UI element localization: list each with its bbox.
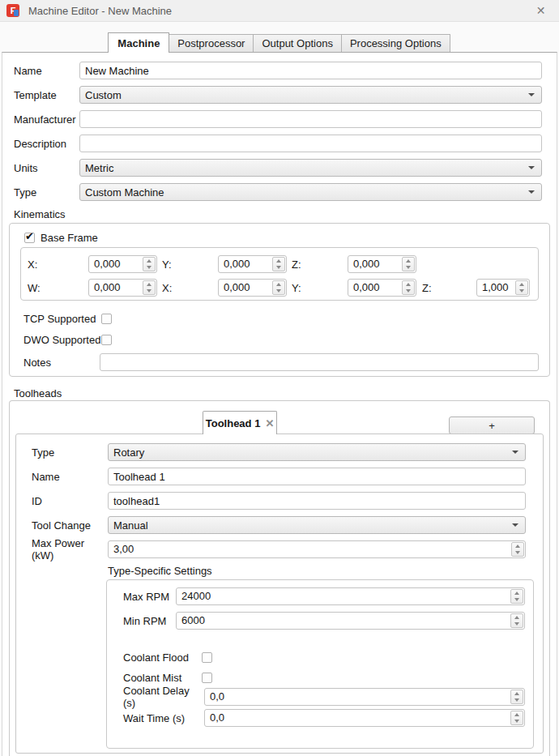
toolhead-id-label: ID [32, 495, 108, 507]
toolheads-group: Toolhead 1 ✕ + Type Rotary Name ID [9, 400, 550, 756]
type-label: Type [14, 186, 79, 199]
toolhead-name-label: Name [32, 471, 108, 483]
chevron-down-icon [528, 93, 535, 96]
spinner-buttons[interactable] [402, 257, 415, 271]
coolant-mist-label: Coolant Mist [123, 672, 202, 684]
name-row: Name [14, 62, 542, 79]
toolhead-tab[interactable]: Toolhead 1 ✕ [203, 411, 277, 434]
spin-down-icon [276, 266, 281, 269]
spinner-buttons[interactable] [143, 280, 156, 295]
spinner-buttons[interactable] [143, 257, 156, 271]
tool-change-selected-value: Manual [113, 519, 512, 532]
toolhead-type-label: Type [32, 446, 108, 459]
description-input[interactable] [79, 135, 542, 152]
toolhead-type-row: Type Rotary [32, 443, 526, 461]
manufacturer-input[interactable] [79, 110, 542, 128]
window-title: Machine Editor - New Machine [28, 5, 172, 17]
name-label: Name [14, 65, 79, 77]
spin-up-icon [514, 692, 519, 695]
spinner-buttons[interactable] [515, 280, 528, 295]
spinner-buttons[interactable] [272, 257, 285, 271]
name-input[interactable] [79, 62, 542, 79]
template-dropdown[interactable]: Custom [79, 86, 542, 104]
spinner-buttons[interactable] [510, 589, 523, 604]
x-spinbox[interactable]: 0,000 [88, 255, 157, 273]
checkmark-icon: ✔ [25, 230, 34, 242]
machine-tab-pane: Name Template Custom Manufacturer Descri… [2, 52, 557, 756]
spinner-buttons[interactable] [510, 613, 523, 628]
max-rpm-row: Max RPM 24000 [123, 587, 525, 605]
wait-time-row: Wait Time (s) 0,0 [123, 709, 525, 727]
toolhead-name-input[interactable] [108, 468, 526, 485]
toolheads-section-label: Toolheads [14, 387, 557, 399]
titlebar: F Machine Editor - New Machine ✕ [0, 0, 559, 22]
coolant-flood-checkbox[interactable]: ✔ [202, 652, 212, 663]
app-logo-accent [14, 10, 19, 16]
spin-down-icon [147, 266, 151, 269]
y-spinbox[interactable]: 0,000 [218, 255, 287, 273]
min-rpm-spinbox[interactable]: 6000 [176, 612, 525, 630]
units-selected-value: Metric [85, 162, 528, 174]
chevron-down-icon [512, 451, 518, 454]
tcp-supported-checkbox[interactable]: ✔ [101, 314, 112, 324]
spinner-buttons[interactable] [510, 711, 523, 725]
units-dropdown[interactable]: Metric [79, 159, 542, 177]
base-frame-checkbox[interactable]: ✔ [24, 233, 35, 243]
spin-up-icon [514, 616, 519, 619]
spin-up-icon [514, 713, 519, 716]
close-window-button[interactable]: ✕ [523, 0, 559, 21]
type-specific-settings-label: Type-Specific Settings [108, 565, 543, 576]
base-frame-position-row: X: 0,000 Y: 0,000 Z: 0,000 [28, 255, 538, 273]
coolant-flood-label: Coolant Flood [123, 651, 202, 664]
spinner-buttons[interactable] [402, 280, 415, 295]
coolant-flood-row: Coolant Flood ✔ [123, 651, 525, 663]
template-selected-value: Custom [85, 89, 528, 101]
close-tab-icon[interactable]: ✕ [265, 417, 274, 429]
add-toolhead-button[interactable]: + [449, 416, 535, 434]
min-rpm-label: Min RPM [123, 615, 176, 627]
spin-down-icon [406, 289, 411, 293]
wait-time-spinbox[interactable]: 0,0 [204, 709, 525, 727]
max-rpm-spinbox[interactable]: 24000 [176, 587, 525, 605]
spinner-buttons[interactable] [510, 690, 523, 704]
notes-label: Notes [23, 357, 100, 369]
chevron-down-icon [528, 166, 535, 169]
toolhead-type-dropdown[interactable]: Rotary [108, 443, 526, 461]
description-label: Description [14, 138, 79, 150]
dwo-supported-label: DWO Supported [23, 334, 101, 346]
spinner-buttons[interactable] [511, 542, 524, 557]
qx-spinbox[interactable]: 0,000 [218, 279, 287, 297]
z-spinbox[interactable]: 0,000 [348, 255, 416, 273]
tab-output-options[interactable]: Output Options [253, 34, 341, 52]
units-label: Units [14, 162, 79, 174]
toolhead-id-input[interactable] [108, 492, 526, 510]
coolant-delay-label: Coolant Delay (s) [123, 685, 204, 709]
qz-label: Z: [416, 282, 476, 294]
coolant-delay-spinbox[interactable]: 0,0 [204, 688, 525, 706]
qy-label: Y: [287, 282, 348, 294]
base-frame-row: ✔ Base Frame [24, 232, 549, 243]
coolant-mist-checkbox[interactable]: ✔ [202, 673, 212, 683]
template-row: Template Custom [14, 86, 542, 104]
w-spinbox[interactable]: 0,000 [88, 279, 157, 297]
chevron-down-icon [528, 190, 535, 194]
tab-processing-options[interactable]: Processing Options [341, 34, 450, 52]
notes-input[interactable] [100, 353, 539, 371]
toolhead-panel: Type Rotary Name ID Tool Change [15, 434, 544, 754]
base-frame-quaternion-row: W: 0,000 X: 0,000 Y: 0,000 Z: 1,000 [28, 279, 538, 297]
coolant-delay-row: Coolant Delay (s) 0,0 [123, 688, 525, 706]
tab-machine[interactable]: Machine [108, 32, 169, 53]
dwo-supported-checkbox[interactable]: ✔ [101, 335, 112, 345]
w-label: W: [28, 282, 88, 294]
spinner-buttons[interactable] [272, 280, 285, 295]
tab-postprocessor[interactable]: Postprocessor [169, 34, 254, 52]
type-selected-value: Custom Machine [85, 186, 528, 199]
qy-spinbox[interactable]: 0,000 [348, 279, 416, 297]
max-power-spinbox[interactable]: 3,00 [108, 540, 526, 558]
manufacturer-row: Manufacturer [14, 110, 542, 128]
qz-spinbox[interactable]: 1,000 [476, 279, 530, 297]
base-frame-label: Base Frame [41, 232, 98, 244]
type-dropdown[interactable]: Custom Machine [79, 183, 542, 201]
tool-change-dropdown[interactable]: Manual [108, 516, 526, 534]
close-icon: ✕ [536, 4, 546, 17]
